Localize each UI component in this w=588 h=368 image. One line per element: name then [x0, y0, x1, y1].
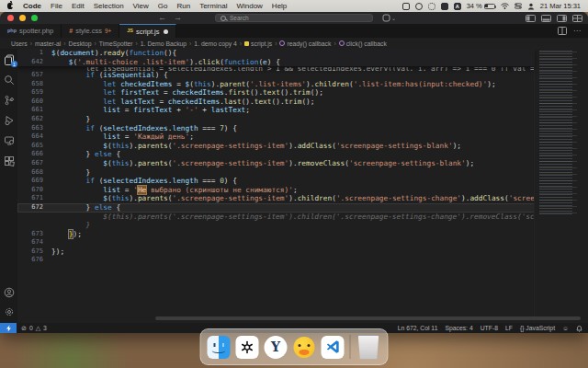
code-editor[interactable]: 1$(document).ready(function(){642 $('.mu… — [17, 49, 588, 323]
accounts-icon[interactable] — [3, 286, 15, 298]
code-line[interactable]: } — [17, 221, 535, 230]
code-line[interactable]: $(this).parents('.screenpage-settings-it… — [17, 213, 535, 222]
encoding[interactable]: UTF-8 — [481, 325, 498, 331]
menu-item-file[interactable]: File — [46, 2, 67, 10]
toggle-panel-icon[interactable] — [541, 15, 551, 22]
tab-style-css[interactable]: # style.css 9+ — [62, 24, 119, 38]
settings-gear-icon[interactable] — [3, 305, 15, 317]
code-line[interactable]: let isSequential = selectedIndexes.lengt… — [17, 67, 535, 71]
code-line[interactable]: 668 } — [17, 168, 535, 178]
search-sidebar-icon[interactable] — [3, 74, 15, 86]
code-line[interactable]: 642 $('.multi-choice .list-item').click(… — [17, 58, 535, 67]
dock-vscode-icon[interactable] — [322, 336, 345, 359]
wifi-icon[interactable] — [501, 3, 509, 9]
menu-item-help[interactable]: Help — [267, 2, 291, 10]
nav-back-icon[interactable]: ← — [158, 12, 166, 24]
code-line[interactable]: 662 } — [17, 115, 535, 124]
problems-status[interactable]: ⊘ 0 △ 3 — [17, 325, 47, 332]
menubar-app-icon[interactable] — [402, 3, 410, 10]
breadcrumb-item[interactable]: click() callback — [339, 40, 387, 47]
code-line[interactable]: 661 list = firstText + '-' + lastText; — [17, 106, 535, 115]
tab-spotter-php[interactable]: php spotter.php — [0, 24, 62, 38]
code-line[interactable]: 1$(document).ready(function(){ — [17, 49, 535, 58]
tab-script-js[interactable]: JS script.js — [119, 24, 176, 38]
menubar-app-icon[interactable] — [428, 3, 435, 10]
menu-item-selection[interactable]: Selection — [89, 2, 129, 10]
code-line[interactable]: 666 } else { — [17, 150, 535, 159]
split-editor-icon[interactable] — [558, 27, 567, 35]
menu-item-code[interactable]: Code — [18, 2, 46, 10]
command-center-search[interactable]: Search — [215, 14, 373, 22]
breadcrumb-item[interactable]: 1. Demo Backup — [141, 40, 187, 47]
cursor-position[interactable]: Ln 672, Col 11 — [398, 325, 438, 331]
run-debug-icon[interactable] — [3, 114, 15, 126]
dock-chatgpt-icon[interactable] — [236, 336, 259, 359]
menubar-app-icon[interactable] — [415, 3, 423, 10]
toggle-secondary-sidebar-icon[interactable] — [557, 15, 567, 22]
code-line[interactable]: 664 list = 'Каждый день'; — [17, 132, 535, 142]
control-center-icon[interactable] — [514, 3, 522, 9]
horizontal-scrollbar[interactable] — [155, 316, 581, 320]
breadcrumb-item[interactable]: Users — [11, 40, 28, 47]
toggle-primary-sidebar-icon[interactable] — [526, 15, 536, 22]
feedback-icon[interactable]: ☺ — [562, 325, 569, 331]
explorer-icon[interactable]: 1 — [3, 53, 15, 65]
modified-dot-icon[interactable] — [164, 29, 168, 34]
menubar-app-icon[interactable] — [441, 3, 448, 10]
indentation[interactable]: Spaces: 4 — [445, 325, 472, 331]
input-source-icon[interactable]: A — [454, 3, 461, 10]
code-line[interactable]: 665 $(this).parents('.screenpage-setting… — [17, 142, 535, 151]
breadcrumb-item[interactable]: script.js — [244, 40, 272, 47]
minimize-window-button[interactable] — [19, 15, 26, 21]
close-window-button[interactable] — [7, 15, 14, 21]
language-mode[interactable]: {} JavaScript — [520, 325, 555, 331]
code-line[interactable]: 674 — [17, 238, 535, 247]
code-line[interactable]: 660 let lastText = checkedItems.last().t… — [17, 98, 535, 107]
menu-item-window[interactable]: Window — [232, 2, 266, 10]
menu-item-edit[interactable]: Edit — [67, 2, 89, 10]
menubar-clock[interactable]: 21 Mar 15:31 — [540, 2, 581, 10]
code-lines[interactable]: let isSequential = selectedIndexes.lengt… — [17, 67, 535, 265]
dock-trash-icon[interactable] — [356, 335, 381, 360]
sticky-scroll[interactable]: 1$(document).ready(function(){642 $('.mu… — [17, 49, 535, 66]
source-control-icon[interactable] — [3, 94, 15, 106]
breadcrumb-item[interactable]: 1. demo copy 4 — [194, 40, 236, 47]
breadcrumb-item[interactable]: master-al — [35, 40, 61, 47]
minimap[interactable] — [534, 49, 588, 323]
apple-menu-icon[interactable] — [7, 3, 13, 9]
dock-finder-icon[interactable] — [208, 336, 231, 359]
zoom-window-button[interactable] — [31, 15, 38, 21]
code-line[interactable]: 657 if (isSequential) { — [17, 71, 535, 80]
code-line[interactable]: 675}); — [17, 247, 535, 257]
menu-item-view[interactable]: View — [129, 2, 153, 10]
code-line[interactable]: 663 if (selectedIndexes.length === 7) { — [17, 124, 535, 133]
breadcrumb-item[interactable]: Desktop — [69, 40, 92, 47]
menu-item-terminal[interactable]: Terminal — [195, 2, 232, 10]
battery-indicator[interactable]: 34 % — [467, 2, 495, 10]
code-line[interactable]: 667 $(this).parents('.screenpage-setting… — [17, 159, 535, 168]
menu-item-run[interactable]: Run — [172, 2, 195, 10]
code-line[interactable]: 659 let firstText = checkedItems.first()… — [17, 88, 535, 98]
menu-item-go[interactable]: Go — [153, 2, 173, 10]
extensions-icon[interactable] — [3, 155, 15, 167]
customize-layout-icon[interactable] — [572, 15, 582, 22]
remote-indicator[interactable] — [0, 323, 17, 333]
profile-dropdown[interactable]: ⌄ — [382, 14, 396, 22]
dock-duck-icon[interactable] — [293, 336, 316, 359]
remote-explorer-icon[interactable] — [3, 134, 15, 146]
notifications-bell-icon[interactable] — [576, 325, 582, 332]
dock-yandex-icon[interactable]: Y — [265, 336, 288, 359]
more-actions-icon[interactable]: ⋯ — [573, 27, 581, 35]
code-line[interactable]: 658 let checkedItems = $(this).parent('.… — [17, 80, 535, 89]
code-line[interactable]: 672 } else { — [17, 203, 535, 213]
nav-forward-icon[interactable]: → — [174, 12, 182, 24]
window-title-bar[interactable]: ← → Search ⌄ — [0, 12, 588, 24]
user-account-icon[interactable] — [527, 3, 535, 10]
breadcrumb-item[interactable]: TimeSpotter — [99, 40, 133, 47]
code-line[interactable]: 669 if (selectedIndexes.length === 0) { — [17, 177, 535, 186]
code-line[interactable]: 670 list = 'Не выбрано (скриншоты не сни… — [17, 186, 535, 195]
code-line[interactable]: 671 $(this).parents('.screenpage-setting… — [17, 194, 535, 203]
code-line[interactable]: 676 — [17, 256, 535, 265]
code-line[interactable]: 673 }); — [17, 230, 535, 239]
breadcrumb-item[interactable]: ready() callback — [279, 40, 331, 47]
